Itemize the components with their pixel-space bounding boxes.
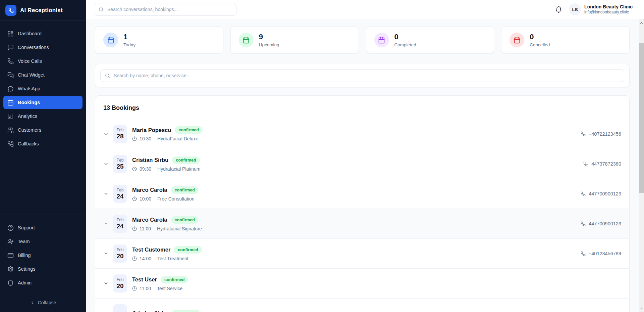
- booking-status-badge: confirmed: [172, 157, 200, 164]
- calendar-icon: [243, 37, 250, 44]
- booking-status-badge: confirmed: [171, 186, 199, 194]
- stat-label: Today: [123, 42, 136, 47]
- phone-icon: [581, 221, 586, 226]
- account-menu[interactable]: LB London Beauty Clinic info@londonbeaut…: [569, 3, 633, 15]
- sidebar-item-settings[interactable]: Settings: [3, 262, 83, 276]
- booking-date-badge: Feb20: [113, 244, 127, 263]
- booking-phone[interactable]: +40722123456: [581, 131, 621, 137]
- sidebar-item-conversations[interactable]: Conversations: [3, 41, 83, 54]
- sidebar-item-customers[interactable]: Customers: [3, 123, 83, 137]
- expand-chevron-down-icon[interactable]: [103, 311, 109, 312]
- stat-text: 0Cancelled: [530, 33, 550, 47]
- stat-text: 0Completed: [394, 33, 416, 47]
- expand-chevron-down-icon[interactable]: [103, 221, 109, 226]
- stat-value: 9: [259, 33, 279, 41]
- booking-time: 11:00: [140, 286, 151, 291]
- phone-icon: [583, 162, 588, 167]
- booking-status-badge: confirmed: [172, 310, 200, 312]
- sidebar-item-analytics[interactable]: Analytics: [3, 109, 83, 123]
- app-logo-row: AI Receptionist: [0, 0, 86, 21]
- chevron-down-icon: [103, 161, 109, 167]
- scroll-up-arrow-icon[interactable]: [639, 20, 644, 26]
- booking-phone-number: 447700900123: [589, 191, 621, 196]
- phone-icon: [7, 58, 14, 64]
- content: 1Today9Upcoming0Completed0Cancelled 13 B…: [86, 19, 639, 312]
- users-icon: [7, 127, 14, 133]
- sidebar-item-callbacks[interactable]: Callbacks: [3, 137, 83, 150]
- chevron-down-icon: [103, 281, 109, 286]
- scrollbar-thumb[interactable]: [639, 43, 644, 193]
- booking-row[interactable]: Feb24Marco Carolaconfirmed10:00Free Cons…: [95, 179, 629, 209]
- booking-customer-name: Marco Carola: [132, 217, 167, 223]
- booking-service: Hydrafacial Signature: [157, 226, 202, 231]
- notifications-button[interactable]: [555, 6, 562, 13]
- expand-chevron-down-icon[interactable]: [103, 251, 109, 256]
- bookings-filter-card: [95, 64, 630, 87]
- booking-status-badge: confirmed: [174, 246, 202, 254]
- bookings-search[interactable]: [100, 69, 624, 82]
- sidebar-item-label: Bookings: [18, 100, 40, 105]
- booking-time: 10:30: [140, 136, 151, 141]
- booking-phone[interactable]: +40123456789: [581, 251, 621, 256]
- booking-info: Test Userconfirmed11:00Test Service: [132, 276, 188, 291]
- scroll-down-arrow-icon[interactable]: [639, 306, 644, 311]
- booking-row[interactable]: Feb24Marco Carolaconfirmed11:00Hydrafaci…: [95, 209, 629, 238]
- booking-phone[interactable]: 447700900123: [581, 191, 621, 196]
- booking-info: Cristian Sirbuconfirmed09:30Hydrafacial …: [132, 157, 200, 172]
- scrollbar[interactable]: [639, 19, 644, 312]
- calendar-icon: [239, 33, 254, 47]
- topbar-right: LB London Beauty Clinic info@londonbeaut…: [555, 3, 633, 15]
- expand-chevron-down-icon[interactable]: [103, 281, 109, 286]
- sidebar-item-team[interactable]: Team: [3, 235, 83, 248]
- sidebar-item-voice-calls[interactable]: Voice Calls: [3, 54, 83, 68]
- booking-day: 25: [116, 163, 123, 170]
- booking-date-badge: Feb24: [113, 215, 127, 233]
- booking-day: 24: [116, 193, 123, 200]
- booking-phone[interactable]: 44737872380: [583, 161, 621, 167]
- calendar-icon: [107, 37, 114, 44]
- expand-chevron-down-icon[interactable]: [103, 161, 109, 167]
- booking-customer-name: Cristian Sirbu: [132, 310, 168, 312]
- sidebar-item-label: WhatsApp: [18, 86, 40, 91]
- booking-phone-number: 44737872380: [591, 161, 621, 167]
- booking-date-badge: Feb28: [113, 125, 127, 143]
- booking-phone-number: 447700900123: [589, 221, 621, 226]
- sidebar-item-label: Conversations: [18, 45, 49, 50]
- calendar-icon: [378, 37, 385, 44]
- sidebar-item-admin[interactable]: Admin: [3, 276, 83, 289]
- sidebar-item-bookings[interactable]: Bookings: [3, 96, 83, 109]
- stat-card-cancelled: 0Cancelled: [501, 26, 630, 54]
- sidebar-item-whatsapp[interactable]: WhatsApp: [3, 82, 83, 95]
- booking-phone[interactable]: 447700900123: [581, 221, 621, 226]
- chevron-down-icon: [103, 221, 109, 226]
- stat-card-today: 1Today: [95, 26, 223, 54]
- expand-chevron-down-icon[interactable]: [103, 131, 109, 137]
- search-icon: [98, 7, 104, 12]
- global-search-input[interactable]: [107, 7, 232, 12]
- bookings-search-input[interactable]: [114, 73, 620, 78]
- booking-status-badge: confirmed: [161, 276, 188, 283]
- expand-chevron-down-icon[interactable]: [103, 191, 109, 196]
- search-icon: [105, 73, 110, 79]
- topbar: LB London Beauty Clinic info@londonbeaut…: [86, 0, 644, 19]
- chevron-down-icon: [103, 251, 109, 256]
- chevron-left-icon: [30, 300, 35, 305]
- sidebar-item-support[interactable]: Support: [3, 221, 83, 234]
- collapse-button[interactable]: Collapse: [0, 293, 86, 312]
- booking-row[interactable]: Feb20Test Customerconfirmed14:00Test Tre…: [95, 238, 629, 268]
- booking-info: Maria Popescuconfirmed10:30HydraFacial D…: [132, 126, 203, 141]
- booking-row[interactable]: Feb28Maria Popescuconfirmed10:30HydraFac…: [95, 119, 629, 149]
- sidebar-item-chat-widget[interactable]: Chat Widget: [3, 68, 83, 82]
- booking-row[interactable]: Feb25Cristian Sirbuconfirmed09:30Hydrafa…: [95, 149, 629, 179]
- booking-row[interactable]: Feb20Test Userconfirmed11:00Test Service: [95, 268, 629, 298]
- sidebar-item-dashboard[interactable]: Dashboard: [3, 27, 83, 40]
- calendar-icon: [7, 99, 14, 106]
- global-search[interactable]: [94, 3, 236, 16]
- booking-status-badge: confirmed: [175, 126, 202, 134]
- booking-day: 20: [116, 253, 123, 260]
- sidebar-item-billing[interactable]: Billing: [3, 249, 83, 262]
- booking-row[interactable]: FebCristian Sirbuconfirmed: [95, 298, 629, 312]
- booking-time: 09:30: [140, 166, 151, 172]
- booking-customer-name: Cristian Sirbu: [132, 157, 168, 163]
- booking-month: Feb: [117, 188, 124, 192]
